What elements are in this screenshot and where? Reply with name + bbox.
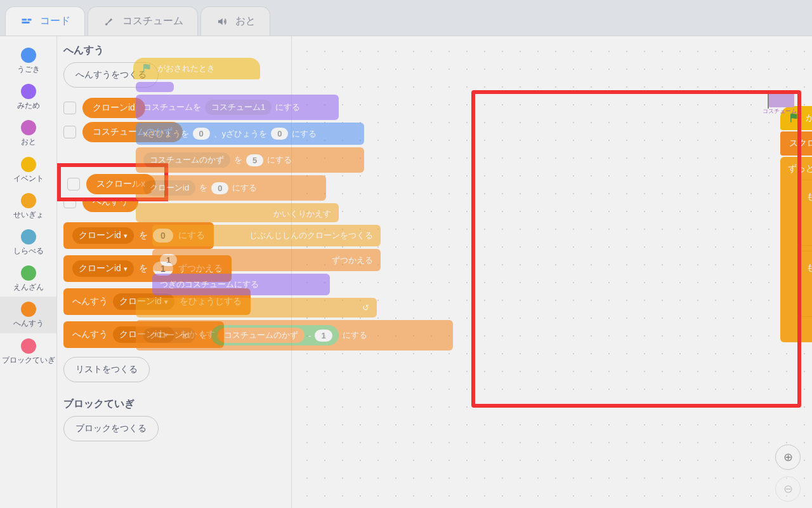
- main-area: うごきみためおとイベントせいぎょしらべるえんざんへんすうブロックていぎ へんすう…: [0, 36, 812, 508]
- category-dot: [21, 265, 36, 281]
- block-palette: へんすう へんすうをつくる クローンid コスチュームのかず スクロールx へん…: [57, 36, 292, 508]
- input-number[interactable]: 0: [153, 229, 173, 243]
- var-pill[interactable]: コスチュームのかず: [82, 122, 183, 142]
- category-dot: [21, 120, 36, 135]
- var-checkbox[interactable]: [63, 126, 76, 138]
- tab-code-label: コード: [40, 15, 70, 28]
- category-sensing[interactable]: しらべる: [0, 224, 56, 260]
- category-label: へんすう: [13, 319, 44, 328]
- category-label: ブロックていぎ: [2, 356, 55, 364]
- category-sound[interactable]: おと: [0, 115, 56, 151]
- make-variable-button[interactable]: へんすうをつくる: [63, 62, 159, 88]
- block-show-variable[interactable]: へんすう クローンid をひょうじする: [63, 288, 251, 315]
- category-events[interactable]: イベント: [0, 152, 56, 188]
- tab-costumes-label: コスチューム: [122, 15, 183, 28]
- block-change-variable[interactable]: クローンid を 1 ずつかえる: [63, 255, 232, 282]
- var-dropdown[interactable]: クローンid: [72, 260, 134, 277]
- category-dot: [21, 302, 36, 317]
- category-motion[interactable]: うごき: [0, 43, 56, 79]
- sound-icon: [215, 16, 229, 27]
- var-dropdown[interactable]: クローンid: [113, 293, 174, 310]
- tab-sounds-label: おと: [235, 15, 256, 28]
- block-set-scrollx[interactable]: スクロールx を 0 にする: [780, 131, 812, 156]
- make-list-button[interactable]: リストをつくる: [63, 357, 150, 382]
- var-item[interactable]: コスチュームのかず: [63, 122, 285, 142]
- script-workspace[interactable]: がおされたとき コスチュームを コスチューム1 にする xざひょうを0 、yざひ…: [292, 36, 812, 508]
- category-dot: [21, 229, 36, 244]
- category-label: せいぎょ: [13, 211, 44, 219]
- main-script[interactable]: がおされたとき スクロールx を 0 にする ずっと もし みぎむきやじるし: [780, 106, 812, 342]
- category-label: イベント: [13, 175, 44, 183]
- zoom-in-button[interactable]: ⊕: [775, 444, 801, 470]
- tab-code[interactable]: コード: [5, 6, 85, 36]
- var-dropdown[interactable]: スクロールx: [789, 138, 812, 149]
- code-icon: [20, 16, 34, 27]
- category-label: みため: [17, 102, 40, 110]
- category-operators[interactable]: えんざん: [0, 260, 56, 297]
- brush-icon: [102, 16, 116, 27]
- palette-heading-myblocks: ブロックていぎ: [63, 398, 285, 411]
- zoom-controls: ⊕ ⊖: [775, 444, 801, 502]
- var-dropdown[interactable]: クローンid: [72, 227, 134, 244]
- sprite-thumbnail[interactable]: コスチューム1: [763, 93, 801, 117]
- category-label: しらべる: [13, 247, 44, 255]
- var-pill-scrollx[interactable]: スクロールx: [86, 174, 155, 194]
- category-dot: [21, 193, 36, 208]
- input-number[interactable]: 1: [153, 262, 173, 276]
- category-dot: [21, 338, 36, 354]
- palette-highlight: スクロールx: [57, 163, 168, 201]
- category-control[interactable]: せいぎょ: [0, 188, 56, 224]
- var-pill[interactable]: クローンid: [82, 98, 145, 118]
- make-block-button[interactable]: ブロックをつくる: [63, 416, 159, 441]
- var-dropdown[interactable]: クローンid: [113, 326, 174, 343]
- block-forever[interactable]: ずっと もし みぎむきやじるし キーがおされた なら: [780, 157, 812, 342]
- block-hide-variable[interactable]: へんすう クローンid をかくす: [63, 321, 224, 348]
- category-looks[interactable]: みため: [0, 79, 56, 115]
- var-checkbox[interactable]: [67, 178, 80, 190]
- zoom-out-button[interactable]: ⊖: [775, 476, 801, 502]
- block-categories: うごきみためおとイベントせいぎょしらべるえんざんへんすうブロックていぎ: [0, 36, 57, 508]
- editor-tabs: コード コスチューム おと: [0, 0, 812, 36]
- palette-heading-variables: へんすう: [63, 44, 285, 57]
- var-checkbox[interactable]: [63, 102, 76, 114]
- category-label: えんざん: [13, 283, 44, 291]
- tab-sounds[interactable]: おと: [200, 6, 270, 36]
- category-dot: [21, 48, 36, 63]
- block-if-right[interactable]: もし みぎむきやじるし キーがおされた なら スクロールx を 10: [799, 180, 812, 246]
- category-myblocks[interactable]: ブロックていぎ: [0, 333, 56, 370]
- category-dot: [21, 157, 36, 172]
- tab-costumes[interactable]: コスチューム: [88, 6, 198, 36]
- block-set-variable[interactable]: クローンid を 0 にする: [63, 222, 214, 249]
- category-label: おと: [21, 138, 36, 146]
- block-if-left[interactable]: もし ひだりむきやじるし キーがおされた なら スクロールx を -1: [799, 251, 812, 317]
- category-label: うごき: [17, 65, 40, 74]
- var-item[interactable]: クローンid: [63, 98, 285, 118]
- category-variables[interactable]: へんすう: [0, 297, 56, 333]
- category-dot: [21, 84, 36, 99]
